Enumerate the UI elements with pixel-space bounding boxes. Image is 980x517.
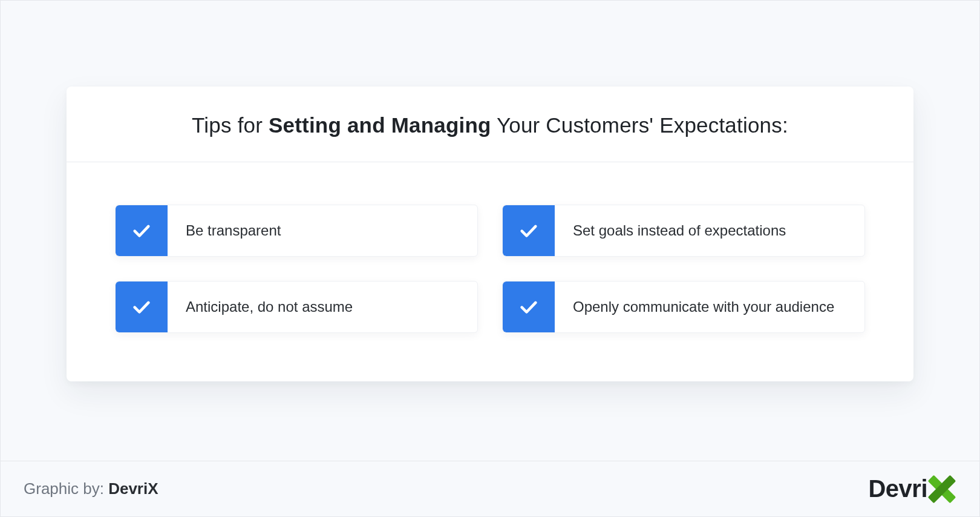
content-card: Tips for Setting and Managing Your Custo…: [67, 87, 913, 381]
title-prefix: Tips for: [192, 113, 269, 137]
credit-text: Graphic by: DevriX: [24, 479, 158, 498]
credit-label: Graphic by:: [24, 479, 108, 498]
tip-item: Be transparent: [115, 205, 478, 257]
tip-label: Openly communicate with your audience: [555, 282, 864, 332]
tip-label: Anticipate, do not assume: [168, 282, 477, 332]
tip-item: Set goals instead of expectations: [502, 205, 865, 257]
card-title: Tips for Setting and Managing Your Custo…: [103, 113, 877, 137]
check-icon: [503, 282, 555, 332]
check-icon: [116, 205, 168, 256]
logo-text: Devri: [868, 475, 927, 502]
card-header: Tips for Setting and Managing Your Custo…: [67, 87, 913, 162]
tip-label: Set goals instead of expectations: [555, 205, 864, 256]
check-icon: [116, 282, 168, 332]
tip-item: Openly communicate with your audience: [502, 281, 865, 333]
tip-item: Anticipate, do not assume: [115, 281, 478, 333]
main-area: Tips for Setting and Managing Your Custo…: [1, 1, 979, 461]
credit-brand: DevriX: [108, 479, 158, 498]
footer: Graphic by: DevriX Devri: [1, 461, 979, 516]
title-suffix: Your Customers' Expectations:: [491, 113, 788, 137]
check-icon: [503, 205, 555, 256]
logo-x-icon: [927, 475, 956, 504]
tips-grid: Be transparent Set goals instead of expe…: [67, 162, 913, 381]
title-bold: Setting and Managing: [269, 113, 491, 137]
tip-label: Be transparent: [168, 205, 477, 256]
devrix-logo: Devri: [868, 475, 956, 504]
infographic-canvas: Tips for Setting and Managing Your Custo…: [0, 0, 980, 517]
